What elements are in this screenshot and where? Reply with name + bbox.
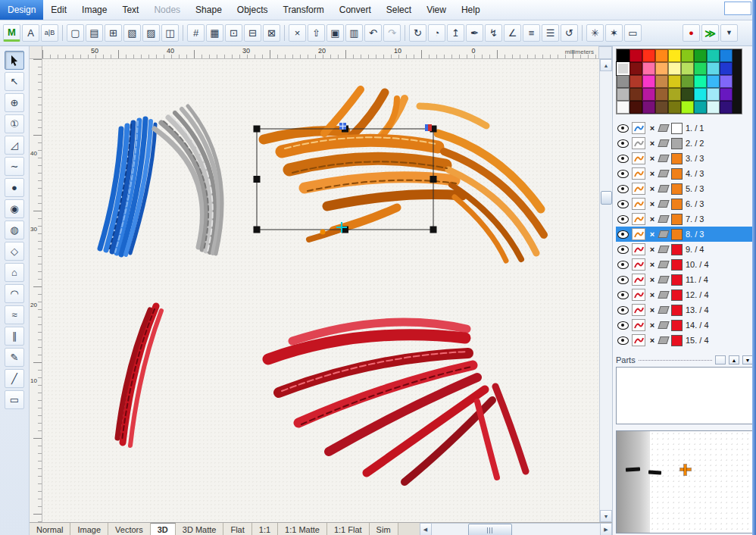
menu-transform[interactable]: Transform — [276, 0, 332, 20]
object-list-icon[interactable]: ☰ — [542, 24, 559, 42]
arc-tool[interactable]: ◠ — [5, 284, 24, 303]
parts-list[interactable] — [616, 367, 753, 424]
palette-color[interactable] — [655, 49, 668, 62]
palette-color[interactable] — [617, 88, 629, 101]
layer-row-11[interactable]: ×11. / 4 — [616, 272, 753, 287]
visibility-eye-icon[interactable] — [617, 261, 629, 269]
regenerate-icon[interactable]: ↻ — [409, 24, 426, 42]
save-design-icon[interactable]: ◫ — [161, 24, 179, 42]
palette-color[interactable] — [617, 75, 629, 88]
layer-row-3[interactable]: ×3. / 3 — [616, 151, 753, 166]
tab-1-1-matte[interactable]: 1:1 Matte — [278, 523, 327, 535]
export-image-icon[interactable]: ▨ — [142, 24, 160, 42]
horizontal-scroll-thumb[interactable] — [468, 524, 512, 535]
thread-color-chip[interactable] — [671, 153, 683, 164]
freehand-tool[interactable]: ∼ — [5, 157, 24, 176]
stitch-points-icon[interactable]: ✳ — [586, 24, 604, 42]
parts-option-button[interactable] — [715, 355, 726, 364]
palette-color[interactable] — [655, 88, 668, 101]
thread-color-chip[interactable] — [671, 320, 683, 331]
palette-color[interactable] — [707, 75, 720, 88]
menu-view[interactable]: View — [419, 0, 454, 20]
layer-row-15[interactable]: ×15. / 4 — [616, 333, 753, 348]
zoom-one-to-one-tool[interactable]: ① — [5, 114, 24, 133]
run-simulation-icon[interactable]: ≫ — [701, 24, 719, 42]
connections-icon[interactable]: ✶ — [605, 24, 623, 42]
blue-thread-object[interactable] — [100, 119, 155, 255]
paste-icon[interactable]: ▥ — [345, 24, 363, 42]
palette-color[interactable] — [694, 101, 707, 114]
visibility-eye-icon[interactable] — [617, 230, 629, 239]
zoom-all-icon[interactable]: ⊠ — [263, 24, 280, 42]
measure-tool[interactable]: ▭ — [5, 390, 24, 409]
fill-tool[interactable]: ● — [5, 178, 24, 197]
text-tool-icon[interactable]: A — [22, 24, 39, 42]
visibility-eye-icon[interactable] — [617, 200, 629, 208]
palette-color[interactable] — [707, 49, 720, 62]
thread-color-chip[interactable] — [671, 305, 683, 316]
thread-color-chip[interactable] — [671, 214, 683, 225]
palette-color[interactable] — [629, 75, 642, 88]
palette-color[interactable] — [694, 62, 707, 75]
thread-color-chip[interactable] — [671, 274, 683, 286]
pen-tool[interactable]: ✎ — [5, 348, 24, 367]
tab-3d-matte[interactable]: 3D Matte — [176, 523, 224, 535]
zoom-out-icon[interactable]: ⊟ — [244, 24, 261, 42]
visibility-eye-icon[interactable] — [617, 215, 629, 224]
grid-settings-icon[interactable]: ▦ — [206, 24, 223, 42]
layer-row-2[interactable]: ×2. / 2 — [616, 136, 753, 151]
palette-color[interactable] — [655, 62, 668, 75]
visibility-eye-icon[interactable] — [617, 155, 629, 163]
layer-row-12[interactable]: ×12. / 4 — [616, 287, 753, 302]
vertical-scroll-thumb[interactable] — [601, 191, 612, 205]
zoom-tool[interactable]: ⊕ — [5, 93, 24, 112]
visibility-eye-icon[interactable] — [617, 124, 629, 133]
palette-color[interactable] — [694, 49, 707, 62]
palette-color[interactable] — [642, 75, 655, 88]
tab-normal[interactable]: Normal — [30, 523, 70, 535]
angle-tool-icon[interactable]: ∠ — [504, 24, 521, 42]
undo-icon[interactable]: ↶ — [364, 24, 382, 42]
scroll-right-button[interactable]: ▶ — [600, 523, 612, 535]
eyedropper-icon[interactable]: ✒ — [466, 24, 483, 42]
palette-color[interactable] — [617, 49, 629, 62]
layer-row-14[interactable]: ×14. / 4 — [616, 318, 753, 333]
thread-color-chip[interactable] — [671, 229, 683, 240]
menu-shape[interactable]: Shape — [188, 0, 230, 20]
layer-row-4[interactable]: ×4. / 3 — [616, 166, 753, 181]
thread-color-chip[interactable] — [671, 259, 683, 271]
palette-color[interactable] — [668, 101, 681, 114]
palette-color[interactable] — [681, 49, 694, 62]
layer-row-13[interactable]: ×13. / 4 — [616, 302, 753, 318]
tab-vectors[interactable]: Vectors — [108, 523, 151, 535]
menu-select[interactable]: Select — [379, 0, 419, 20]
thread-color-chip[interactable] — [671, 138, 683, 149]
menu-design[interactable]: Design — [0, 0, 43, 20]
thread-color-chip[interactable] — [671, 244, 683, 255]
palette-color[interactable] — [642, 62, 655, 75]
palette-color[interactable] — [668, 88, 681, 101]
kerning-tool-icon[interactable]: a|B — [41, 24, 58, 42]
red-large-thread-object[interactable] — [268, 322, 526, 482]
tab-sim[interactable]: Sim — [370, 523, 398, 535]
palette-color[interactable] — [707, 101, 720, 114]
palette-color[interactable] — [655, 101, 668, 114]
palette-color[interactable] — [629, 62, 642, 75]
vertical-scroll-track[interactable] — [600, 71, 612, 510]
open-design-icon[interactable]: ▤ — [86, 24, 103, 42]
visibility-eye-icon[interactable] — [617, 306, 629, 314]
scroll-down-button[interactable]: ▼ — [600, 510, 612, 522]
thread-color-chip[interactable] — [671, 289, 683, 301]
palette-color[interactable] — [668, 62, 681, 75]
layer-row-9[interactable]: ×9. / 4 — [616, 242, 753, 257]
visibility-eye-icon[interactable] — [617, 170, 629, 178]
visibility-eye-icon[interactable] — [617, 185, 629, 193]
raise-object-icon[interactable]: ↥ — [447, 24, 464, 42]
tab-3d[interactable]: 3D — [151, 523, 176, 535]
menu-edit[interactable]: Edit — [43, 0, 74, 20]
palette-color[interactable] — [720, 101, 733, 114]
palette-color[interactable] — [642, 101, 655, 114]
hole-tool[interactable]: ◍ — [5, 221, 24, 239]
parts-up-button[interactable]: ▲ — [729, 355, 739, 364]
visibility-eye-icon[interactable] — [617, 246, 629, 254]
